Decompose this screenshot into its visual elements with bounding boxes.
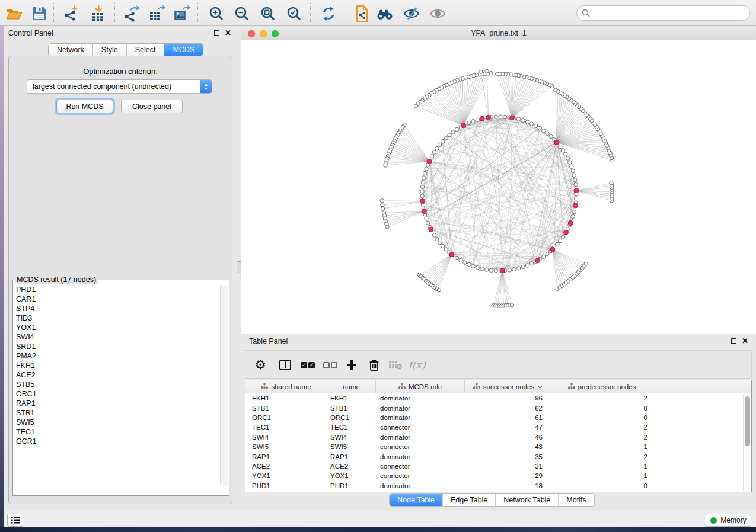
table-cell: 61 xyxy=(465,414,551,421)
splitter-grip[interactable] xyxy=(237,261,241,273)
deselect-all-icon[interactable] xyxy=(321,357,339,373)
mcds-result-item[interactable]: STB1 xyxy=(14,408,220,418)
tab-network-table[interactable]: Network Table xyxy=(496,494,559,506)
table-cell: dominator xyxy=(376,434,465,441)
network-window-titlebar[interactable]: YPA_prune.txt_1 xyxy=(241,27,756,40)
table-cell: connector xyxy=(376,443,465,450)
table-settings-icon[interactable]: ⚙ xyxy=(251,357,269,373)
table-row[interactable]: TEC1TEC1connector472 xyxy=(245,422,743,432)
delete-table-icon[interactable] xyxy=(387,357,404,373)
hide-selected-icon[interactable] xyxy=(402,4,421,23)
table-cell: RAP1 xyxy=(327,453,376,460)
node-table: shared name name MCDS role successor nod… xyxy=(245,380,752,492)
column-header-predecessor-nodes[interactable]: predecessor nodes xyxy=(551,380,652,393)
mcds-result-item[interactable]: STP4 xyxy=(14,304,220,313)
run-mcds-button[interactable]: Run MCDS xyxy=(56,100,113,113)
mcds-result-item[interactable]: PMA2 xyxy=(14,351,220,361)
tab-style[interactable]: Style xyxy=(93,44,127,56)
search-input[interactable] xyxy=(591,7,749,19)
table-cell: 43 xyxy=(465,443,551,450)
column-header-shared-name[interactable]: shared name xyxy=(245,380,327,393)
import-network-icon[interactable] xyxy=(62,4,81,23)
table-scrollbar-thumb[interactable] xyxy=(745,396,750,446)
show-all-icon[interactable] xyxy=(428,4,447,23)
save-session-icon[interactable] xyxy=(30,4,49,23)
open-file-icon[interactable] xyxy=(5,4,24,23)
table-row[interactable]: FKH1FKH1dominator962 xyxy=(245,393,743,403)
application-window: Control Panel ✕ Network Style Select MCD… xyxy=(0,0,756,532)
table-row[interactable]: RAP1RAP1dominator352 xyxy=(245,451,743,461)
mcds-result-item[interactable]: CAR1 xyxy=(14,294,220,304)
table-cell: 1 xyxy=(551,463,652,470)
table-row[interactable]: ACE2ACE2connector311 xyxy=(245,462,743,471)
search-icon xyxy=(582,9,591,18)
table-cell: ORC1 xyxy=(245,414,327,421)
column-header-successor-nodes[interactable]: successor nodes xyxy=(465,380,551,393)
mcds-result-item[interactable]: TEC1 xyxy=(14,427,220,437)
delete-column-icon[interactable] xyxy=(365,357,383,373)
table-row[interactable]: SWI4SWI4dominator462 xyxy=(245,432,743,442)
table-scrollbar[interactable] xyxy=(743,394,751,491)
mcds-result-item[interactable]: SRD1 xyxy=(14,342,220,351)
tab-mcds[interactable]: MCDS xyxy=(164,44,203,56)
zoom-out-icon[interactable] xyxy=(232,4,251,23)
mcds-result-item[interactable]: PHD1 xyxy=(14,285,220,294)
mcds-result-item[interactable]: SWI5 xyxy=(14,418,220,427)
table-row[interactable]: YOX1YOX1connector291 xyxy=(245,471,743,480)
table-cell: connector xyxy=(376,472,465,479)
memory-button[interactable]: Memory xyxy=(706,514,751,527)
float-panel-icon[interactable] xyxy=(214,30,219,36)
table-cell: ACE2 xyxy=(327,463,376,470)
table-cell: 2 xyxy=(551,395,652,402)
table-cell: 35 xyxy=(465,453,551,460)
export-image-icon[interactable] xyxy=(172,4,191,23)
mcds-result-item[interactable]: ACE2 xyxy=(14,370,220,380)
close-panel-button[interactable]: Close panel xyxy=(121,100,183,113)
mcds-result-item[interactable]: STB5 xyxy=(14,380,220,389)
mcds-result-item[interactable]: ORC1 xyxy=(14,389,220,399)
tab-network[interactable]: Network xyxy=(49,44,93,56)
tab-motifs[interactable]: Motifs xyxy=(559,494,594,506)
table-row[interactable]: ORC1ORC1dominator610 xyxy=(245,413,743,422)
tab-edge-table[interactable]: Edge Table xyxy=(443,494,496,506)
mcds-result-item[interactable]: TID3 xyxy=(14,313,220,323)
function-builder-icon[interactable]: f(x) xyxy=(408,357,426,373)
criterion-dropdown[interactable]: largest connected component (undirected)… xyxy=(27,79,212,94)
zoom-selected-icon[interactable] xyxy=(285,4,304,23)
network-canvas[interactable] xyxy=(241,40,756,334)
close-panel-icon[interactable]: ✕ xyxy=(225,30,231,36)
mcds-list-scrollbar[interactable] xyxy=(220,285,228,485)
mcds-result-item[interactable]: YOX1 xyxy=(14,323,220,332)
mcds-result-item[interactable]: FKH1 xyxy=(14,361,220,370)
show-columns-icon[interactable] xyxy=(276,357,294,373)
import-table-icon[interactable] xyxy=(88,4,107,23)
table-toolbar: ⚙ ✓✓ f(x) xyxy=(245,350,752,379)
attribute-icon xyxy=(398,383,406,390)
zoom-in-icon[interactable] xyxy=(207,4,226,23)
float-panel-icon[interactable] xyxy=(731,338,736,344)
select-all-icon[interactable]: ✓✓ xyxy=(299,357,317,373)
table-row[interactable]: STB1STB1dominator620 xyxy=(245,403,743,412)
table-cell: connector xyxy=(376,424,465,431)
column-header-name[interactable]: name xyxy=(327,380,376,393)
tab-node-table[interactable]: Node Table xyxy=(390,494,443,506)
mcds-result-item[interactable]: RAP1 xyxy=(14,399,220,408)
sort-chevron-icon xyxy=(537,385,543,389)
table-row[interactable]: PHD1PHD1dominator180 xyxy=(245,481,743,491)
mcds-result-item[interactable]: SWI4 xyxy=(14,332,220,342)
add-column-icon[interactable] xyxy=(343,357,361,373)
zoom-fit-icon[interactable] xyxy=(259,4,277,23)
export-table-icon[interactable] xyxy=(147,4,166,23)
column-header-mcds-role[interactable]: MCDS role xyxy=(376,380,465,393)
table-row[interactable]: SWI5SWI5connector431 xyxy=(245,442,743,451)
table-cell: dominator xyxy=(376,453,465,460)
task-history-button[interactable] xyxy=(7,514,23,527)
network-from-file-icon[interactable] xyxy=(352,4,371,23)
first-neighbors-icon[interactable] xyxy=(375,4,394,23)
close-panel-icon[interactable]: ✕ xyxy=(742,338,748,344)
apply-layout-icon[interactable] xyxy=(319,4,338,23)
tab-select[interactable]: Select xyxy=(127,44,165,56)
mcds-result-item[interactable]: GCR1 xyxy=(14,437,220,446)
memory-status-icon xyxy=(710,517,717,524)
export-network-icon[interactable] xyxy=(122,4,141,23)
